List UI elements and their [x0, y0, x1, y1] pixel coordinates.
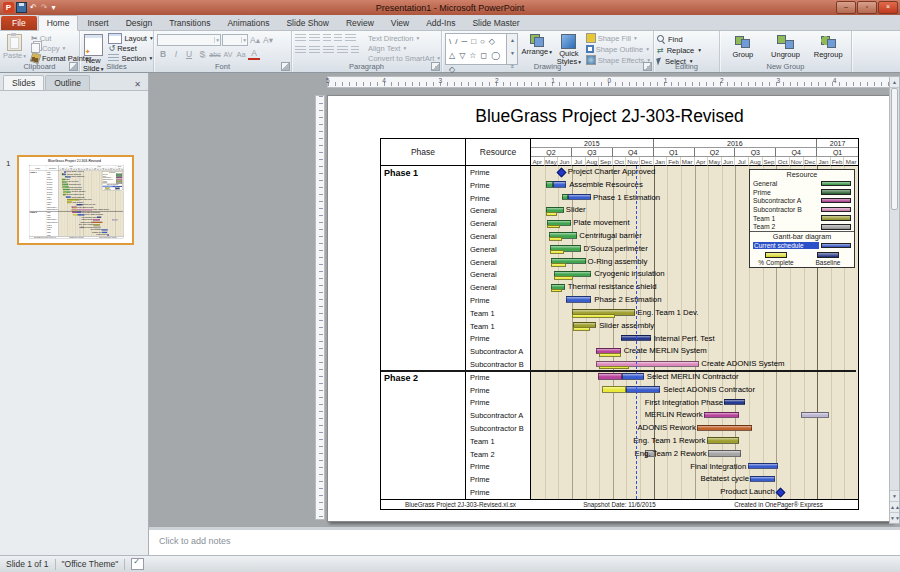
vertical-scrollbar[interactable]: ▲ ▼ ▲▲ ▼▼ — [889, 76, 900, 524]
replace-button[interactable]: Replace — [657, 45, 701, 55]
shapes-gallery-scrollbar[interactable]: ▲▼≡ — [506, 34, 517, 64]
close-button[interactable]: × — [878, 1, 898, 14]
slide-canvas[interactable]: BlueGrass Project 2J-303-RevisedPhaseRes… — [327, 95, 892, 522]
bold-button[interactable]: B — [157, 48, 169, 60]
regroup-button[interactable]: Regroup — [808, 33, 848, 59]
notes-pane[interactable]: Click to add notes — [149, 527, 900, 555]
shape-glyph-icon[interactable]: ▽ — [459, 49, 465, 62]
gridline — [545, 166, 546, 499]
arrange-button[interactable]: Arrange — [521, 33, 551, 56]
decrease-indent-icon[interactable] — [323, 34, 331, 43]
ribbon-tab-slide-show[interactable]: Slide Show — [278, 16, 337, 30]
bullets-icon[interactable] — [295, 34, 306, 43]
reset-icon — [108, 44, 115, 53]
previous-slide-icon[interactable]: ▲▲ — [890, 501, 899, 512]
text-shadow-button[interactable]: S — [196, 48, 208, 60]
shape-outline-button[interactable]: Shape Outline — [586, 44, 650, 54]
group-button[interactable]: Group — [723, 33, 763, 59]
paragraph-dialog-launcher[interactable] — [431, 62, 440, 71]
slide-thumbnail[interactable]: BlueGrass Project 2J-303-RevisedPhaseRes… — [17, 155, 134, 245]
gantt-bar — [550, 250, 564, 254]
shrink-font-button[interactable]: A▾ — [262, 34, 274, 46]
shapes-scroll-up-icon[interactable]: ▲ — [510, 34, 515, 47]
shape-fill-button[interactable]: Shape Fill — [586, 33, 650, 43]
ribbon-tab-slide-master[interactable]: Slide Master — [464, 16, 527, 30]
shape-glyph-icon[interactable]: \ — [449, 35, 451, 48]
legend-complete-bar — [765, 252, 787, 258]
shape-glyph-icon[interactable]: ◯ — [491, 49, 500, 62]
align-center-icon[interactable] — [309, 46, 320, 55]
tab-outline[interactable]: Outline — [45, 75, 90, 90]
ribbon-tab-transitions[interactable]: Transitions — [161, 16, 218, 30]
month-label: Dec — [640, 157, 654, 166]
change-case-button[interactable]: Aa — [235, 48, 247, 60]
legend-complete: % Complete — [750, 250, 802, 267]
resource-cell: Prime — [466, 166, 530, 179]
font-size-combo[interactable] — [222, 34, 248, 46]
ribbon-tab-view[interactable]: View — [383, 16, 417, 30]
columns-icon[interactable] — [351, 46, 359, 55]
layout-button[interactable]: Layout — [106, 33, 154, 43]
shape-glyph-icon[interactable]: ◇ — [489, 35, 495, 48]
character-spacing-button[interactable]: AV — [222, 48, 234, 60]
font-dialog-launcher[interactable] — [281, 62, 290, 71]
next-slide-icon[interactable]: ▼▼ — [890, 512, 899, 523]
ruler-number: 4 — [833, 77, 837, 84]
chart-footer-text: Snapshot Date: 11/6/2015 — [540, 500, 699, 509]
shape-glyph-icon[interactable]: □ — [471, 35, 476, 48]
paste-button[interactable]: Paste — [3, 33, 26, 60]
scroll-down-icon[interactable]: ▼ — [890, 490, 899, 501]
justify-icon[interactable] — [337, 46, 348, 55]
line-spacing-icon[interactable] — [345, 34, 356, 43]
legend-color-bar — [821, 181, 851, 187]
find-button[interactable]: Find — [657, 34, 701, 44]
phase-label: Phase 2 — [384, 373, 418, 383]
ungroup-button[interactable]: Ungroup — [766, 33, 806, 59]
drawing-dialog-launcher[interactable] — [643, 62, 652, 71]
shape-glyph-icon[interactable]: / — [455, 35, 457, 48]
ribbon-tab-animations[interactable]: Animations — [219, 16, 277, 30]
chart-footer-text: Snapshot Date: 11/6/2015 — [61, 237, 92, 239]
resource-cell: Team 1 — [466, 307, 530, 320]
legend-baseline-label: Baseline — [112, 189, 122, 190]
align-text-button[interactable]: Align Text — [366, 43, 442, 53]
ribbon-tab-add-ins[interactable]: Add-Ins — [418, 16, 463, 30]
shape-glyph-icon[interactable]: △ — [449, 49, 455, 62]
resource-cell: Prime — [466, 333, 530, 346]
ribbon-tab-file[interactable]: File — [1, 16, 37, 30]
group-icon — [735, 36, 750, 48]
shapes-scroll-down-icon[interactable]: ▼ — [510, 47, 515, 60]
scroll-up-icon[interactable]: ▲ — [890, 77, 899, 88]
increase-indent-icon[interactable] — [334, 34, 342, 43]
ribbon-tab-review[interactable]: Review — [338, 16, 382, 30]
shape-glyph-icon[interactable]: ○ — [480, 35, 485, 48]
scrollbar-thumb[interactable] — [891, 88, 898, 210]
underline-button[interactable]: U — [183, 48, 195, 60]
ribbon-tab-home[interactable]: Home — [38, 15, 79, 31]
shape-glyph-icon[interactable]: ◻ — [480, 49, 487, 62]
minimize-button[interactable]: – — [836, 1, 856, 14]
grow-font-button[interactable]: A▴ — [249, 34, 261, 46]
shapes-gallery[interactable]: ▲▼≡ \/─□○◇△▽☆◻◯◇ — [445, 33, 518, 65]
month-label: Feb — [831, 157, 845, 166]
ribbon-tab-insert[interactable]: Insert — [79, 16, 116, 30]
font-color-button[interactable]: A — [248, 48, 260, 60]
shape-glyph-icon[interactable]: ☆ — [469, 49, 476, 62]
numbering-icon[interactable] — [309, 34, 320, 43]
panel-close-icon[interactable]: ✕ — [131, 79, 144, 90]
shape-glyph-icon[interactable]: ─ — [461, 35, 467, 48]
align-right-icon[interactable] — [323, 46, 334, 55]
reset-button[interactable]: Reset — [106, 43, 154, 53]
spell-check-icon[interactable] — [131, 558, 144, 570]
align-left-icon[interactable] — [295, 46, 306, 55]
italic-button[interactable]: I — [170, 48, 182, 60]
tab-slides[interactable]: Slides — [3, 75, 44, 90]
month-label: Sep — [763, 157, 777, 166]
ribbon-tab-design[interactable]: Design — [118, 16, 160, 30]
resource-column-header: Resource — [466, 139, 531, 166]
font-family-combo[interactable] — [157, 34, 221, 46]
clipboard-dialog-launcher[interactable] — [69, 62, 78, 71]
maximize-button[interactable]: ▫ — [857, 1, 877, 14]
strikethrough-button[interactable]: abc — [209, 48, 221, 60]
text-direction-button[interactable]: Text Direction — [366, 33, 442, 43]
